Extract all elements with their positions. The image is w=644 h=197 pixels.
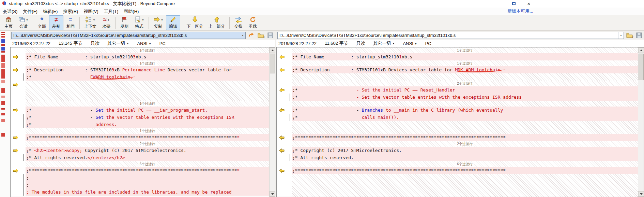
- right-pane: I:\...\Drivers\CMSIS\Device\ST\STM32F1xx…: [276, 31, 644, 197]
- code-line[interactable]: ;* - Set the initial PC == __iar_program…: [11, 107, 269, 114]
- update-link[interactable]: 新版本可用...: [507, 8, 533, 14]
- browse-folder-button[interactable]: ▼: [257, 31, 265, 39]
- code-text: ;***************************************…: [26, 134, 269, 141]
- swap-button[interactable]: 交换: [231, 15, 246, 30]
- code-line[interactable]: ;* Description : STM32F103xB Performance…: [11, 66, 269, 73]
- code-line[interactable]: ;* All rights reserved.: [277, 154, 638, 161]
- scroll-up-button[interactable]: [638, 47, 644, 53]
- save-button[interactable]: [266, 31, 274, 39]
- code-segment: ;***************************************…: [26, 168, 237, 173]
- menu-item-2[interactable]: 编辑(E): [40, 8, 60, 15]
- menu-item-5[interactable]: 工具(T): [101, 8, 121, 15]
- code-line[interactable]: ;* File Name : startup_stm32f103xb.s: [11, 53, 269, 60]
- code-line[interactable]: ;* Copyright (c) 2017 STMicroelectronics…: [277, 147, 638, 154]
- toolbar-button-label: 上下文: [84, 24, 96, 29]
- diffmap-block: [1, 63, 5, 68]
- context-button[interactable]: ▼上下文: [81, 15, 99, 30]
- filtered-lines-row[interactable]: 1个过滤行: [277, 60, 638, 66]
- sessions-button[interactable]: ▼会话: [16, 15, 31, 30]
- code-segment: <h2><center>&copy;: [34, 148, 85, 153]
- scrollbar-thumb[interactable]: [639, 54, 644, 80]
- menu-item-0[interactable]: 会话(S): [0, 8, 20, 15]
- filter-dropdown[interactable]: 其它一切▼: [373, 40, 395, 46]
- jump-icon[interactable]: [247, 31, 255, 39]
- code-line[interactable]: ;***************************************…: [11, 134, 269, 141]
- filtered-lines-row[interactable]: 1个过滤行: [277, 47, 638, 53]
- encoding-dropdown[interactable]: ANSI▼: [137, 41, 151, 46]
- path-dropdown-icon[interactable]: ▼: [240, 32, 245, 39]
- filtered-lines-row[interactable]: 6个过滤行: [11, 161, 269, 167]
- edit-button[interactable]: 编辑: [166, 15, 180, 30]
- encoding-dropdown[interactable]: ANSI▼: [403, 41, 417, 46]
- code-line[interactable]: ;* - Set the vector table entries with t…: [11, 114, 269, 121]
- diffs-button[interactable]: ≠差别: [49, 15, 63, 30]
- code-line[interactable]: ;***************************************…: [11, 167, 269, 174]
- right-path-input[interactable]: I:\...\Drivers\CMSIS\Device\ST\STM32F1xx…: [277, 32, 624, 39]
- close-button[interactable]: ×: [523, 0, 534, 7]
- menu-item-1[interactable]: 文件(F): [20, 8, 40, 15]
- scroll-down-button[interactable]: [638, 191, 644, 197]
- readonly-toggle[interactable]: 只读: [90, 40, 99, 46]
- code-line[interactable]: ;***************************************…: [277, 167, 638, 174]
- scroll-down-button[interactable]: [270, 191, 275, 197]
- code-line[interactable]: ;* All rights reserved.</center></h2>: [11, 154, 269, 161]
- code-line[interactable]: ;* File Name : startup_stm32f101xb.s: [277, 53, 638, 60]
- copy-button[interactable]: ▼复制: [151, 15, 166, 30]
- menu-item-6[interactable]: 帮助(H): [121, 8, 141, 15]
- code-line[interactable]: ;***************************************…: [277, 134, 638, 141]
- right-scrollbar[interactable]: [638, 47, 644, 197]
- reload-button[interactable]: 重载: [246, 15, 260, 30]
- code-line[interactable]: ;* calls main()).: [277, 114, 638, 121]
- dropdown-arrow-icon: ▼: [107, 19, 110, 21]
- code-line[interactable]: ;* address.: [11, 121, 269, 128]
- code-line[interactable]: ;* <h2><center>&copy; Copyright (c) 2017…: [11, 147, 269, 154]
- filtered-lines-row[interactable]: 6个过滤行: [277, 161, 638, 167]
- rules-button[interactable]: 规则: [117, 15, 132, 30]
- home-button[interactable]: 主页: [1, 15, 16, 30]
- browse-folder-button[interactable]: ▼: [625, 31, 633, 39]
- filtered-lines-row[interactable]: 2个过滤行: [11, 141, 269, 147]
- filtered-lines-row[interactable]: 2个过滤行: [277, 81, 638, 86]
- code-line[interactable]: ;* - Set the vector table entries with t…: [277, 94, 638, 101]
- save-button[interactable]: [635, 31, 643, 39]
- minor-button[interactable]: ≈▼次要: [99, 15, 113, 30]
- readonly-toggle[interactable]: 只读: [356, 40, 365, 46]
- line-ending-dropdown[interactable]: PC: [425, 41, 431, 46]
- filter-dropdown[interactable]: 其它一切▼: [107, 40, 129, 46]
- filtered-lines-row[interactable]: 2个过滤行: [277, 141, 638, 147]
- scrollbar-thumb[interactable]: [270, 54, 275, 73]
- left-scrollbar[interactable]: [269, 47, 275, 197]
- diff-overview-map[interactable]: [0, 31, 10, 197]
- line-ending-dropdown[interactable]: PC: [159, 41, 166, 46]
- path-dropdown-icon[interactable]: ▼: [618, 32, 624, 39]
- code-line[interactable]: ;: [11, 181, 269, 188]
- filtered-lines-row[interactable]: 1个过滤行: [11, 128, 269, 134]
- toolbar-separator: [33, 17, 33, 29]
- menu-item-3[interactable]: 搜索(R): [60, 8, 81, 15]
- filtered-lines-row[interactable]: 1个过滤行: [11, 60, 269, 66]
- filtered-lines-row[interactable]: 1个过滤行: [11, 101, 269, 107]
- code-line[interactable]: ;* - Set the initial PC == Reset_Handler: [277, 86, 638, 94]
- code-line[interactable]: ; The modules in this file are included …: [11, 188, 269, 196]
- next-diff-button[interactable]: 下一区分: [184, 15, 206, 30]
- all-button[interactable]: *全部: [35, 15, 49, 30]
- toolbar-button-label: 差别: [52, 24, 60, 29]
- left-path-input[interactable]: I:\...\Drivers\CMSIS\Device\ST\STM32F1xx…: [11, 32, 246, 39]
- dropdown-arrow-icon: ▼: [26, 19, 28, 21]
- same-button[interactable]: =相同: [63, 15, 78, 30]
- prev-diff-button[interactable]: 上一部分: [206, 15, 228, 30]
- code-text: ;* - Set the initial PC == __iar_program…: [26, 107, 269, 114]
- filtered-lines-row[interactable]: 1个过滤行: [11, 47, 269, 53]
- code-line[interactable]: ;* Description : STM32F101xB Devices vec…: [277, 66, 638, 73]
- maximize-button[interactable]: [508, 0, 519, 7]
- code-line[interactable]: ;: [11, 174, 269, 181]
- code-line[interactable]: ;* EWARM toolchain.: [11, 73, 269, 81]
- code-line[interactable]: ;* - Branches to __main in the C library…: [277, 107, 638, 114]
- filtered-content: 6个过滤行: [292, 161, 638, 167]
- code-segment: Devices vector table for: [168, 67, 232, 72]
- scroll-up-button[interactable]: [270, 47, 275, 53]
- format-button[interactable]: ▼格式: [132, 15, 147, 30]
- menu-item-4[interactable]: 视图(V): [81, 8, 101, 15]
- diff-bracket-line: [24, 181, 24, 188]
- code-segment: Copyright (c) 2017 STMicroelectronics.: [85, 148, 186, 153]
